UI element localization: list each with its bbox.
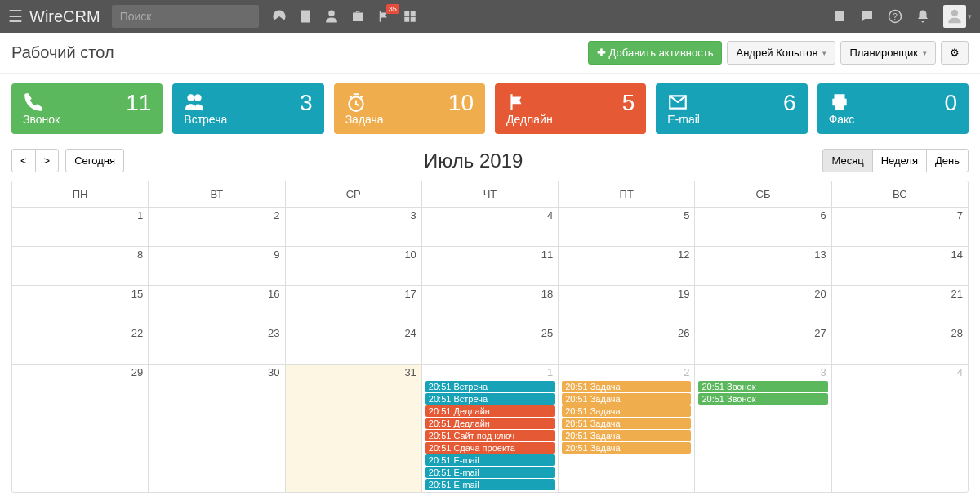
calendar-cell[interactable]: 8 bbox=[12, 247, 148, 285]
calendar-cell[interactable]: 27 bbox=[694, 325, 831, 364]
prev-button[interactable]: < bbox=[11, 149, 36, 172]
dashboard-icon[interactable] bbox=[272, 9, 287, 24]
calendar-cell[interactable]: 320:51 Звонок20:51 Звонок bbox=[694, 365, 831, 492]
calendar-cell[interactable]: 9 bbox=[148, 247, 284, 285]
search-input[interactable] bbox=[112, 5, 259, 28]
calendar-event[interactable]: 20:51 Задача bbox=[562, 442, 691, 454]
calendar-event[interactable]: 20:51 Встреча bbox=[425, 381, 555, 392]
calendar-cell[interactable]: 16 bbox=[148, 286, 284, 325]
summary-tile[interactable]: 0Факс bbox=[817, 83, 969, 134]
calendar-event[interactable]: 20:51 Задача bbox=[562, 405, 691, 417]
calendar-cell[interactable]: 12 bbox=[558, 247, 694, 285]
calendar-event[interactable]: 20:51 Задача bbox=[562, 430, 691, 441]
calendar-cell[interactable]: 19 bbox=[558, 286, 694, 325]
grid-icon[interactable] bbox=[403, 9, 417, 24]
user-menu-button[interactable]: Андрей Копытов▾ bbox=[727, 41, 835, 65]
calendar-cell[interactable]: 23 bbox=[148, 325, 284, 364]
day-number: 9 bbox=[274, 248, 279, 261]
day-number: 20 bbox=[814, 288, 826, 300]
person-icon[interactable] bbox=[324, 9, 339, 24]
day-number: 3 bbox=[820, 366, 826, 378]
plus-icon[interactable] bbox=[832, 9, 847, 24]
summary-tiles: 11Звонок3Встреча10Задача5Дедлайн6E-mail0… bbox=[0, 74, 980, 144]
calendar-cell[interactable]: 29 bbox=[12, 365, 148, 492]
calendar-event[interactable]: 20:51 E-mail bbox=[425, 467, 555, 478]
calendar-cell[interactable]: 10 bbox=[285, 247, 421, 285]
calendar-event[interactable]: 20:51 Задача bbox=[562, 393, 691, 405]
calendar-controls: < > Сегодня Июль 2019 Месяц Неделя День bbox=[0, 144, 980, 181]
chat-icon[interactable] bbox=[860, 9, 875, 24]
calendar-cell[interactable]: 13 bbox=[694, 247, 831, 285]
calendar-event[interactable]: 20:51 Сдача проекта bbox=[425, 442, 555, 454]
summary-tile[interactable]: 11Звонок bbox=[11, 83, 163, 134]
add-activity-button[interactable]: ✚Добавить активность bbox=[588, 41, 723, 65]
calendar-cell[interactable]: 4 bbox=[831, 365, 968, 492]
summary-tile[interactable]: 10Задача bbox=[334, 83, 485, 134]
calendar-cell[interactable]: 4 bbox=[421, 208, 558, 246]
calendar-event[interactable]: 20:51 Задача bbox=[562, 381, 691, 392]
calendar-row: 891011121314 bbox=[12, 247, 968, 286]
calendar-event[interactable]: 20:51 Сайт под ключ bbox=[425, 430, 555, 441]
calendar-cell[interactable]: 21 bbox=[831, 286, 968, 325]
calendar-cell[interactable]: 2 bbox=[148, 208, 284, 246]
day-number: 13 bbox=[814, 248, 826, 261]
calendar-cell[interactable]: 14 bbox=[831, 247, 968, 285]
calendar-cell[interactable]: 17 bbox=[285, 286, 421, 325]
brand[interactable]: WireCRM bbox=[29, 7, 100, 26]
tile-count: 3 bbox=[300, 90, 313, 116]
view-month-button[interactable]: Месяц bbox=[822, 149, 872, 172]
bell-icon[interactable] bbox=[915, 9, 930, 24]
calendar-cell[interactable]: 15 bbox=[12, 286, 148, 325]
calendar-event[interactable]: 20:51 Дедлайн bbox=[425, 405, 555, 417]
view-menu-button[interactable]: Планировщик▾ bbox=[840, 41, 936, 65]
calendar-cell[interactable]: 25 bbox=[421, 325, 558, 364]
day-number: 24 bbox=[404, 327, 416, 339]
avatar[interactable]: ▾ bbox=[943, 5, 972, 28]
calendar-cell[interactable]: 31 bbox=[285, 365, 421, 492]
day-number: 23 bbox=[268, 327, 279, 339]
calendar-cell[interactable]: 28 bbox=[831, 325, 968, 364]
calendar-cell[interactable]: 30 bbox=[148, 365, 284, 492]
calendar-event[interactable]: 20:51 Звонок bbox=[698, 393, 827, 405]
calendar-cell[interactable]: 7 bbox=[831, 208, 968, 246]
day-number: 11 bbox=[541, 248, 553, 261]
summary-tile[interactable]: 3Встреча bbox=[172, 83, 323, 134]
calendar-event[interactable]: 20:51 E-mail bbox=[425, 479, 555, 490]
calendar-event[interactable]: 20:51 E-mail bbox=[425, 454, 555, 466]
calendar-cell[interactable]: 18 bbox=[421, 286, 558, 325]
day-number: 12 bbox=[678, 248, 689, 261]
next-button[interactable]: > bbox=[35, 149, 60, 172]
view-week-button[interactable]: Неделя bbox=[872, 149, 927, 172]
calendar-cell[interactable]: 1 bbox=[12, 208, 148, 246]
calendar-cell[interactable]: 5 bbox=[558, 208, 694, 246]
today-button[interactable]: Сегодня bbox=[65, 149, 124, 172]
calendar-cell[interactable]: 11 bbox=[421, 247, 558, 285]
view-day-button[interactable]: День bbox=[926, 149, 969, 172]
briefcase-icon[interactable] bbox=[350, 9, 365, 24]
calendar-event[interactable]: 20:51 Встреча bbox=[425, 393, 555, 405]
calendar-event[interactable]: 20:51 Задача bbox=[562, 418, 691, 429]
building-icon[interactable] bbox=[298, 9, 313, 24]
topbar: ☰ WireCRM 35 ? ▾ bbox=[0, 0, 980, 33]
summary-tile[interactable]: 6E-mail bbox=[656, 83, 807, 134]
day-number: 15 bbox=[131, 288, 143, 300]
calendar-event[interactable]: 20:51 Звонок bbox=[698, 381, 827, 392]
calendar-cell[interactable]: 24 bbox=[285, 325, 421, 364]
calendar-cell[interactable]: 6 bbox=[694, 208, 831, 246]
summary-tile[interactable]: 5Дедлайн bbox=[495, 83, 646, 134]
menu-icon[interactable]: ☰ bbox=[8, 7, 23, 26]
day-number: 27 bbox=[814, 327, 826, 339]
tile-label: Дедлайн bbox=[506, 113, 553, 126]
calendar-cell[interactable]: 22 bbox=[12, 325, 148, 364]
help-icon[interactable]: ? bbox=[888, 9, 902, 24]
settings-button[interactable]: ⚙ bbox=[941, 41, 969, 65]
calendar-cell[interactable]: 26 bbox=[558, 325, 694, 364]
tile-count: 10 bbox=[448, 90, 474, 116]
calendar-cell[interactable]: 3 bbox=[285, 208, 421, 246]
calendar-cell[interactable]: 20 bbox=[694, 286, 831, 325]
flag-icon[interactable]: 35 bbox=[376, 9, 391, 24]
calendar-cell[interactable]: 120:51 Встреча20:51 Встреча20:51 Дедлайн… bbox=[421, 365, 558, 492]
day-number: 14 bbox=[951, 248, 963, 261]
calendar-event[interactable]: 20:51 Дедлайн bbox=[425, 418, 555, 429]
calendar-cell[interactable]: 220:51 Задача20:51 Задача20:51 Задача20:… bbox=[558, 365, 694, 492]
